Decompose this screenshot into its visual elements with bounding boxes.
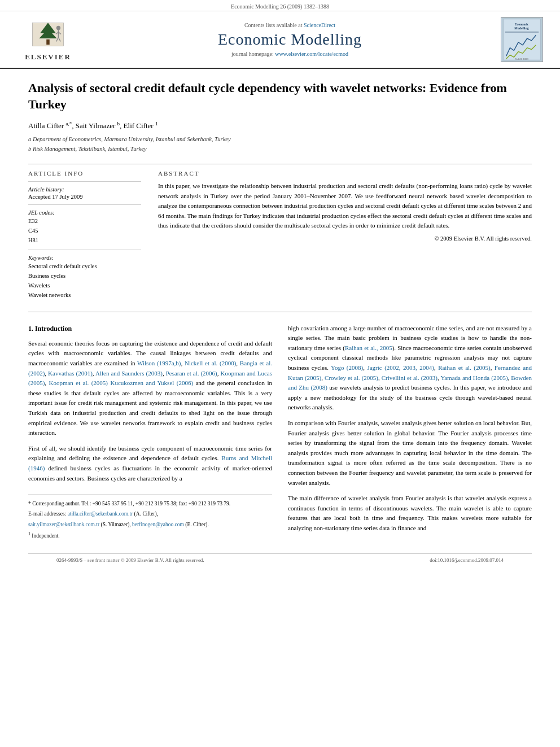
journal-name: Economic Modelling [79, 30, 501, 49]
footnote-star: * Corresponding author. Tel.: +90 545 33… [28, 500, 272, 508]
svg-text:Vol 26 2009: Vol 26 2009 [515, 58, 528, 60]
issn-line: 0264-9993/$ – see front matter © 2009 El… [56, 557, 204, 563]
email-yilmazer: sait.yilmazer@tekstilbank.com.tr [28, 522, 99, 527]
svg-text:Modelling: Modelling [514, 27, 528, 30]
abstract-panel: ABSTRACT In this paper, we investigate t… [158, 170, 532, 300]
author-cifter: Atilla Cifter a,*, [28, 121, 76, 130]
keywords-list: Sectoral credit default cycles Business … [28, 262, 141, 300]
right-para-3: The main difference of wavelet analysis … [288, 493, 532, 533]
intro-para-2: First of all, we should identify the bus… [28, 444, 272, 483]
authors-line: Atilla Cifter a,*, Sait Yilmazer b, Elif… [28, 120, 532, 130]
copyright-notice: © 2009 Elsevier B.V. All rights reserved… [158, 235, 532, 242]
svg-rect-1 [46, 40, 50, 45]
info-top-divider [28, 181, 141, 182]
svg-rect-14 [505, 32, 539, 32]
abstract-text: In this paper, we investigate the relati… [158, 181, 532, 231]
yamada-ref: Yamada and Honda (2005) [440, 374, 508, 381]
author-elif: Elif Cifter 1 [124, 121, 158, 130]
svg-text:Economic: Economic [515, 23, 529, 26]
article-info-title: ARTICLE INFO [28, 170, 141, 177]
jel-codes: E32 C45 H81 [28, 217, 141, 245]
citation-bar: Economic Modelling 26 (2009) 1382–1388 [0, 0, 560, 11]
body-columns: 1. Introduction Several economic theorie… [28, 324, 532, 543]
right-para-2: In comparison with Fourier analysis, wav… [288, 418, 532, 488]
wilson-ref: Wilson (1997a,b) [137, 360, 181, 366]
affiliation-a: a Department of Econometrics, Marmara Un… [28, 135, 532, 144]
info-abstract-row: ARTICLE INFO Article history: Accepted 1… [28, 170, 532, 300]
jel-label: JEL codes: [28, 209, 141, 216]
koopman-2005-ref: Koopman et al. (2005) [49, 379, 108, 386]
footnotes: * Corresponding author. Tel.: +90 545 33… [28, 495, 272, 540]
article-title: Analysis of sectoral credit default cycl… [28, 80, 532, 112]
intro-para-1: Several economic theories focus on captu… [28, 339, 272, 438]
email-cifter: atilla.cifter@sekerbank.com.tr [68, 511, 133, 517]
cover-image-icon: Economic Modelling Vol 26 2009 [501, 18, 542, 62]
yogo-ref: Yogo (2008) [331, 364, 363, 371]
crowley-ref: Crowley et al. (2005) [325, 374, 378, 381]
header-divider [28, 164, 532, 164]
citation-text: Economic Modelling 26 (2009) 1382–1388 [231, 3, 329, 10]
burns-mitchell-ref: Burns and Mitchell (1946) [28, 455, 272, 471]
body-col-left: 1. Introduction Several economic theorie… [28, 324, 272, 543]
contents-available: Contents lists available at ScienceDirec… [79, 22, 501, 28]
doi-line: doi:10.1016/j.econmod.2009.07.014 [430, 557, 504, 563]
body-top-divider [28, 312, 532, 312]
article-info-panel: ARTICLE INFO Article history: Accepted 1… [28, 170, 141, 300]
body-col-right: high covariation among a large number of… [288, 324, 532, 543]
affiliation-b: b Risk Management, Tekstilbank, Istanbul… [28, 145, 532, 154]
jagric-ref: Jagric (2002, 2003, 2004) [367, 364, 434, 371]
pesaran-ref: Pesaran et al. (2006) [166, 370, 217, 377]
right-para-1: high covariation among a large number of… [288, 324, 532, 413]
raihan-ref: Raihan et al., 2005 [345, 344, 392, 351]
elsevier-tree-icon [25, 18, 71, 51]
kavvathas-ref: Kavvathas (2001) [48, 370, 93, 377]
svg-point-4 [56, 26, 60, 30]
info-kw-divider [28, 250, 141, 250]
journal-cover-thumbnail: Economic Modelling Vol 26 2009 [501, 17, 543, 62]
nickell-ref: Nickell et al. (2000) [185, 360, 236, 366]
journal-header: ELSEVIER Contents lists available at Sci… [0, 11, 560, 69]
abstract-title: ABSTRACT [158, 170, 532, 177]
info-mid-divider [28, 204, 141, 205]
history-label: Article history: [28, 186, 141, 193]
homepage-link[interactable]: www.elsevier.com/locate/ecmod [275, 51, 348, 57]
bottom-bar: 0264-9993/$ – see front matter © 2009 El… [28, 553, 532, 566]
sciencedirect-link[interactable]: ScienceDirect [304, 22, 335, 28]
footnote-1: 1 Independent. [28, 531, 272, 540]
article-container: Analysis of sectoral credit default cycl… [0, 69, 560, 583]
crivellini-ref: Crivellini et al. (2003) [382, 374, 438, 381]
allen-ref: Allen and Saunders (2003) [95, 370, 163, 377]
kucukozmen-ref: Kucukozmen and Yuksel (2006) [110, 379, 193, 386]
journal-title-block: Contents lists available at ScienceDirec… [79, 22, 501, 57]
elsevier-logo: ELSEVIER [17, 18, 79, 62]
affiliations: a Department of Econometrics, Marmara Un… [28, 135, 532, 154]
keywords-label: Keywords: [28, 255, 141, 261]
elsevier-wordmark: ELSEVIER [25, 53, 71, 62]
footnote-email2: sait.yilmazer@tekstilbank.com.tr (S. Yil… [28, 521, 272, 528]
footnote-email: E-mail addresses: atilla.cifter@sekerban… [28, 510, 272, 518]
raihan2-ref: Raihan et al. (2005) [438, 364, 491, 371]
author-yilmazer: Sait Yilmazer b, [76, 121, 124, 130]
journal-homepage: journal homepage: www.elsevier.com/locat… [79, 51, 501, 57]
email-elif: berfinogen@yahoo.com [132, 522, 184, 527]
history-value: Accepted 17 July 2009 [28, 194, 141, 200]
section1-heading: 1. Introduction [28, 324, 272, 334]
